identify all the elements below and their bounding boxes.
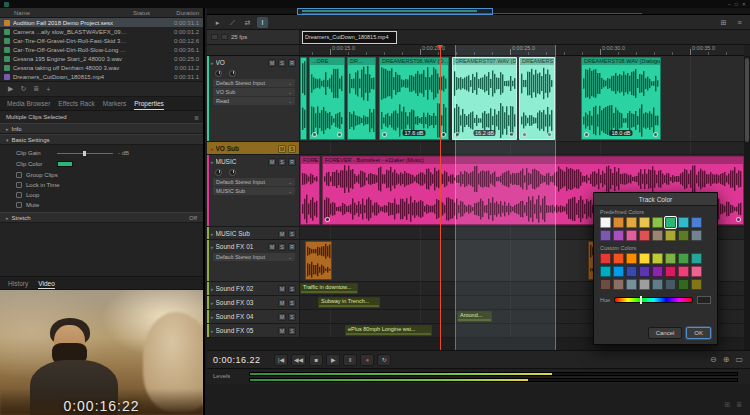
fade-handle[interactable] — [312, 132, 317, 137]
track-header-sound-fx-04[interactable]: ▸Sound FX 04MS — [207, 310, 300, 324]
file-row[interactable]: Cessna taking off Denham 48000 3.wav0:00… — [0, 63, 203, 72]
audio-clip[interactable]: Traffic in downtow... — [300, 283, 358, 294]
track-header-sound-fx-03[interactable]: ▸Sound FX 03MS — [207, 296, 300, 310]
track-header-music-sub[interactable]: ▸MUSIC SubMS — [207, 227, 300, 240]
color-swatch[interactable] — [678, 253, 689, 264]
file-row[interactable]: Car-Tire-Off-Gravel-Dirt-Roll-Slow-Long … — [0, 45, 203, 54]
pan-knob[interactable] — [229, 70, 236, 77]
track-header-music[interactable]: ▸MUSICMSRDefault Stereo Input⌄MUSIC Sub⌄ — [207, 155, 300, 227]
color-swatch[interactable] — [678, 217, 689, 228]
fade-handle[interactable] — [337, 132, 342, 137]
zoom-fit-icon[interactable]: ▭ — [734, 355, 744, 364]
disclosure-icon[interactable]: ▸ — [211, 314, 214, 320]
color-swatch[interactable] — [626, 266, 637, 277]
timeline-ruler[interactable]: 0:00:15.00:00:20.00:00:25.00:00:30.00:00… — [300, 45, 744, 56]
color-swatch[interactable] — [639, 253, 650, 264]
color-swatch[interactable] — [665, 253, 676, 264]
video-clip[interactable]: Dreamers_CutDown_180815.mp4 — [302, 31, 397, 44]
record-arm-button[interactable]: R — [288, 243, 296, 251]
volume-knob[interactable] — [215, 169, 222, 176]
panel-menu-icon[interactable]: ≡ — [734, 17, 745, 28]
track-lane-vo-sub[interactable] — [300, 142, 744, 155]
color-swatch[interactable] — [652, 217, 663, 228]
mute-button[interactable]: M — [268, 243, 276, 251]
hue-value-box[interactable] — [697, 296, 711, 304]
color-swatch[interactable] — [626, 279, 637, 290]
tab-markers[interactable]: Markers — [103, 97, 126, 110]
file-row[interactable]: Dreamers_CutDown_180815.mp40:00:31.1 — [0, 72, 203, 81]
file-row[interactable]: Audition Fall 2018 Demo Project.sesx0:00… — [0, 18, 203, 27]
ok-button[interactable]: OK — [686, 327, 711, 339]
rewind-button[interactable]: ◀◀ — [291, 354, 306, 366]
mute-button[interactable]: M — [278, 145, 286, 153]
clip-gain-slider[interactable] — [57, 153, 113, 154]
solo-button[interactable]: S — [278, 59, 286, 67]
fade-handle[interactable] — [455, 132, 460, 137]
move-tool-icon[interactable]: ▸ — [212, 17, 223, 28]
disclosure-icon[interactable]: ▸ — [211, 244, 214, 250]
add-file-icon[interactable]: + — [46, 86, 50, 93]
track-header-sound-fx-02[interactable]: ▸Sound FX 02MS — [207, 282, 300, 296]
color-swatch[interactable] — [613, 279, 624, 290]
solo-button[interactable]: S — [288, 145, 296, 153]
minimize-icon[interactable]: – — [728, 2, 731, 7]
section-basic-settings[interactable]: ▾ Basic Settings — [0, 134, 203, 145]
tab-history[interactable]: History — [8, 277, 28, 289]
list-view-icon[interactable]: ≣ — [33, 85, 39, 93]
pan-knob[interactable] — [229, 169, 236, 176]
record-arm-button[interactable]: R — [288, 158, 296, 166]
audio-clip[interactable]: FORE... — [300, 156, 320, 225]
fade-handle[interactable] — [441, 132, 446, 137]
color-swatch[interactable] — [678, 266, 689, 277]
color-swatch[interactable] — [600, 217, 611, 228]
maximize-icon[interactable]: □ — [735, 2, 738, 7]
color-swatch[interactable] — [639, 230, 650, 241]
fade-handle[interactable] — [547, 132, 552, 137]
mute-button[interactable]: M — [278, 230, 286, 238]
solo-button[interactable]: S — [288, 313, 296, 321]
audio-clip[interactable]: Around... — [457, 311, 492, 322]
solo-button[interactable]: S — [288, 230, 296, 238]
mute-button[interactable]: M — [278, 327, 286, 335]
grid-view-icon[interactable]: ⊞ — [724, 401, 730, 409]
zoom-in-icon[interactable]: ⊕ — [722, 355, 731, 364]
color-swatch[interactable] — [652, 266, 663, 277]
color-swatch[interactable] — [691, 217, 702, 228]
volume-knob[interactable] — [215, 70, 222, 77]
play-button[interactable]: ▶ — [326, 354, 340, 366]
solo-button[interactable]: S — [288, 285, 296, 293]
disclosure-icon[interactable]: ▸ — [211, 286, 214, 292]
record-button[interactable]: ● — [360, 354, 374, 366]
checkbox-group-clips[interactable] — [16, 172, 22, 178]
color-swatch[interactable] — [652, 230, 663, 241]
fade-handle[interactable] — [509, 132, 514, 137]
checkbox-mute[interactable] — [16, 202, 22, 208]
stop-button[interactable]: ■ — [309, 354, 323, 366]
solo-button[interactable]: S — [278, 158, 286, 166]
zoom-navigator[interactable] — [207, 8, 750, 15]
auto-play-icon[interactable]: ▶ — [8, 85, 13, 93]
color-swatch[interactable] — [626, 230, 637, 241]
eye-icon[interactable] — [221, 34, 228, 40]
input-selector[interactable]: Default Stereo Input⌄ — [213, 253, 295, 261]
disclosure-icon[interactable]: ▸ — [211, 146, 214, 152]
hue-slider[interactable] — [614, 297, 693, 303]
checkbox-lock-in-time[interactable] — [16, 182, 22, 188]
audio-clip[interactable]: Subway in Trench... — [318, 297, 380, 308]
fade-handle[interactable] — [736, 217, 741, 222]
solo-button[interactable]: S — [288, 327, 296, 335]
column-name[interactable]: Name — [4, 10, 133, 16]
checkbox-loop[interactable] — [16, 192, 22, 198]
file-row[interactable]: Cessna 195 Engine Start_2 48000 3.wav0:0… — [0, 54, 203, 63]
record-arm-button[interactable]: R — [288, 59, 296, 67]
fade-handle[interactable] — [584, 132, 589, 137]
list-view-icon[interactable]: ≣ — [736, 401, 742, 409]
panel-menu-icon[interactable]: ≣ — [194, 114, 199, 121]
color-swatch[interactable] — [613, 217, 624, 228]
disclosure-icon[interactable]: ▸ — [211, 231, 214, 237]
audio-clip[interactable] — [300, 57, 307, 140]
scrollbar-thumb[interactable] — [745, 58, 749, 142]
section-stretch[interactable]: ▸ Stretch Off — [0, 212, 203, 223]
color-swatch[interactable] — [600, 253, 611, 264]
skip-to-start-button[interactable]: |◀ — [274, 354, 288, 366]
